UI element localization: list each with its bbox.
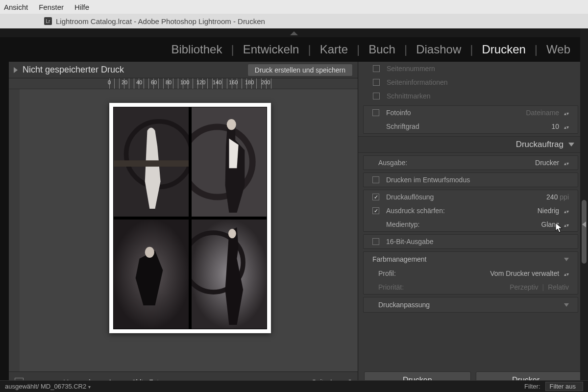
chevron-down-icon (564, 258, 569, 261)
row-profil: Profil:Vom Drucker verwaltet ▴▾ (364, 267, 578, 280)
photo-cell-4[interactable] (191, 219, 267, 329)
module-web[interactable]: Web (538, 43, 579, 56)
panel-expand-icon[interactable] (290, 31, 298, 35)
status-filename: MD_06735.CR2 (41, 383, 86, 390)
filter-select[interactable]: Filter aus (545, 382, 583, 391)
row-medientyp: Medientyp:Glanz ▴▾ (364, 218, 578, 231)
identity-plate-bar (0, 28, 588, 37)
center-topbar: Nicht gespeicherter Druck Druck erstelle… (9, 62, 358, 78)
aufloesung-value[interactable]: 240 ppi (546, 193, 569, 201)
profil-select[interactable]: Vom Drucker verwaltet ▴▾ (490, 270, 569, 277)
row-16bit: 16-Bit-Ausgabe (364, 235, 578, 248)
right-scrollbar[interactable] (580, 28, 588, 380)
subsection-farbmanagement[interactable]: Farbmanagement (364, 252, 578, 267)
scharfen-select[interactable]: Niedrig ▴▾ (538, 207, 569, 215)
checkbox-seitennummern[interactable] (373, 65, 380, 72)
module-entwickeln[interactable]: Entwickeln (234, 43, 308, 56)
svg-point-12 (228, 229, 236, 238)
row-seitennummern: Seitennummern (358, 62, 583, 75)
photo-cell-3[interactable] (113, 219, 189, 329)
row-seiteninfo: Seiteninformationen (358, 75, 583, 89)
statusbar: ausgewählt/ MD_06735.CR2 ▾ Filter: Filte… (0, 380, 588, 392)
row-aufloesung: Druckauflösung240 ppi (364, 190, 578, 204)
module-buch[interactable]: Buch (360, 43, 404, 56)
svg-point-8 (145, 247, 154, 258)
row-fotoinfo: FotoinfoDateiname ▴▾ (364, 106, 578, 120)
create-save-print-button[interactable]: Druck erstellen und speichern (247, 64, 353, 76)
checkbox-aufloesung[interactable] (372, 194, 379, 200)
window-title: Lightroom Catalog.lrcat - Adobe Photosho… (56, 17, 265, 25)
subsection-druckanpassung[interactable]: Druckanpassung (364, 297, 578, 312)
row-entwurfsmodus: Drucken im Entwurfsmodus (364, 173, 578, 187)
ausgabe-select[interactable]: Drucker ▴▾ (535, 159, 569, 167)
module-karte[interactable]: Karte (311, 43, 357, 56)
prioritat-perzeptiv[interactable]: Perzeptiv (510, 283, 538, 291)
row-schnittmarken: Schnittmarken (358, 89, 583, 103)
module-drucken[interactable]: Drucken (473, 43, 534, 56)
lightroom-app-icon: Lr (44, 17, 52, 25)
menubar[interactable]: Ansicht Fenster Hilfe (0, 0, 588, 14)
print-page (109, 103, 271, 333)
svg-rect-2 (114, 160, 189, 167)
titlebar: Lr Lightroom Catalog.lrcat - Adobe Photo… (0, 14, 588, 28)
module-bibliothek[interactable]: Bibliothek (162, 43, 231, 56)
scrollbar-thumb[interactable] (582, 200, 587, 264)
row-ausgabe: Ausgabe:Drucker ▴▾ (364, 156, 578, 170)
schriftgrad-select[interactable]: 10 ▴▾ (552, 122, 569, 130)
right-panel: Seitennummern Seiteninformationen Schnit… (358, 62, 588, 392)
medientyp-select[interactable]: Glanz ▴▾ (541, 220, 569, 228)
panel-collapse-arrow-icon[interactable] (582, 221, 588, 229)
menu-fenster[interactable]: Fenster (39, 3, 64, 11)
disclosure-triangle-icon[interactable] (14, 67, 18, 73)
photo-cell-1[interactable] (113, 107, 189, 217)
module-picker: Bibliothek| Entwickeln| Karte| Buch| Dia… (0, 37, 588, 62)
section-druckauftrag[interactable]: Druckauftrag (358, 136, 583, 153)
checkbox-schnittmarken[interactable] (373, 93, 380, 99)
filter-label: Filter: (524, 383, 540, 390)
ruler-vertical (9, 89, 20, 371)
ruler-horizontal: 0 20 40 60 80 100 120 140 160 180 200 (9, 78, 358, 89)
module-diashow[interactable]: Diashow (407, 43, 470, 56)
photo-cell-2[interactable] (191, 107, 267, 217)
chevron-down-icon (568, 143, 574, 147)
chevron-down-icon (564, 303, 569, 307)
row-schriftgrad: Schriftgrad10 ▴▾ (364, 120, 578, 133)
status-selected: ausgewählt/ (5, 383, 39, 390)
svg-point-5 (227, 119, 236, 130)
print-preview-stage[interactable] (9, 89, 358, 371)
prioritat-relativ[interactable]: Relativ (548, 283, 569, 291)
print-title: Nicht gespeicherter Druck (23, 65, 124, 75)
menu-hilfe[interactable]: Hilfe (74, 3, 89, 11)
checkbox-scharfen[interactable] (372, 207, 379, 214)
checkbox-entwurfsmodus[interactable] (372, 176, 379, 183)
row-prioritat: Priorität:Perzeptiv|Relativ (364, 280, 578, 294)
checkbox-16bit[interactable] (372, 238, 379, 245)
checkbox-seiteninfo[interactable] (373, 79, 380, 86)
menu-ansicht[interactable]: Ansicht (4, 3, 28, 11)
row-scharfen: Ausdruck schärfen:Niedrig ▴▾ (364, 204, 578, 218)
fotoinfo-select[interactable]: Dateiname ▴▾ (526, 109, 569, 117)
checkbox-fotoinfo[interactable] (372, 109, 379, 116)
left-panel-collapsed[interactable] (0, 62, 9, 392)
